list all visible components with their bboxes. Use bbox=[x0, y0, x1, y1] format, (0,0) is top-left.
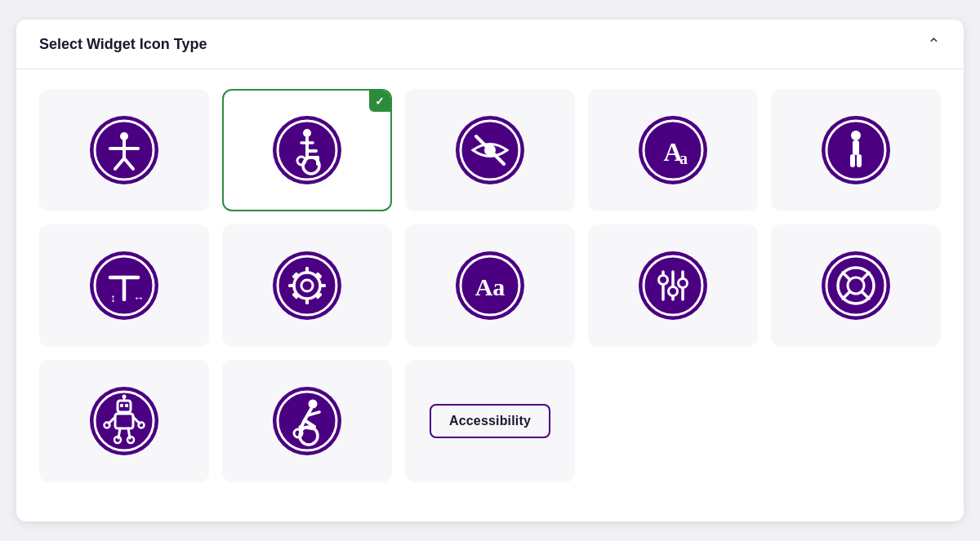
svg-point-22 bbox=[851, 131, 861, 140]
collapse-icon[interactable]: ⌃ bbox=[927, 34, 941, 54]
svg-point-54 bbox=[679, 279, 688, 288]
panel-header: Select Widget Icon Type ⌃ bbox=[16, 20, 964, 69]
svg-rect-24 bbox=[850, 154, 855, 167]
svg-rect-36 bbox=[305, 267, 309, 273]
svg-text:a: a bbox=[679, 149, 688, 167]
svg-point-52 bbox=[659, 276, 668, 285]
wheelchair-icon bbox=[270, 113, 344, 187]
icon-cell-settings-gear[interactable] bbox=[222, 224, 392, 347]
tech-person-icon bbox=[87, 384, 161, 458]
svg-point-55 bbox=[822, 251, 890, 320]
person-standing-icon bbox=[819, 113, 893, 187]
help-circle-icon bbox=[819, 249, 893, 322]
svg-rect-37 bbox=[305, 298, 309, 304]
svg-rect-25 bbox=[857, 154, 862, 167]
svg-point-81 bbox=[309, 400, 318, 409]
icon-cell-wheelchair-dynamic[interactable] bbox=[222, 360, 392, 482]
icon-cell-person-accessibility[interactable] bbox=[39, 89, 209, 211]
icon-cell-tech-person[interactable] bbox=[39, 360, 209, 482]
icon-cell-font-size[interactable]: A a bbox=[588, 89, 758, 211]
settings-gear-icon bbox=[270, 249, 344, 322]
icon-cell-wheelchair[interactable]: ✓ bbox=[222, 89, 392, 211]
person-accessibility-icon bbox=[87, 113, 161, 187]
icon-cell-sliders[interactable] bbox=[588, 224, 758, 347]
icons-grid: ✓ bbox=[16, 69, 964, 502]
widget-icon-panel: Select Widget Icon Type ⌃ ✓ bbox=[16, 20, 964, 521]
icon-cell-eye-hidden[interactable] bbox=[405, 89, 575, 211]
svg-rect-39 bbox=[319, 284, 326, 287]
font-aa-icon: Aa bbox=[453, 249, 527, 322]
svg-rect-38 bbox=[288, 284, 295, 287]
svg-point-53 bbox=[669, 287, 678, 296]
icon-cell-person-standing[interactable] bbox=[771, 89, 941, 211]
eye-hidden-icon bbox=[453, 113, 527, 187]
svg-rect-66 bbox=[120, 404, 123, 407]
svg-point-69 bbox=[122, 395, 127, 399]
svg-text:↕: ↕ bbox=[110, 291, 116, 304]
wheelchair-dynamic-icon bbox=[270, 384, 344, 458]
selected-checkmark: ✓ bbox=[369, 91, 390, 112]
accessibility-text-button[interactable]: Accessibility bbox=[430, 404, 550, 438]
font-size-icon: A a bbox=[636, 113, 710, 187]
sliders-icon bbox=[636, 249, 710, 322]
text-resize-icon: ↕ ↔ bbox=[87, 249, 161, 322]
icon-cell-font-aa[interactable]: Aa bbox=[405, 224, 575, 347]
icon-cell-text-resize[interactable]: ↕ ↔ bbox=[39, 224, 209, 347]
svg-point-32 bbox=[273, 251, 341, 320]
icon-cell-help-circle[interactable] bbox=[771, 224, 941, 347]
icon-cell-accessibility-text[interactable]: Accessibility bbox=[405, 360, 575, 482]
svg-rect-23 bbox=[853, 140, 859, 155]
panel-title: Select Widget Icon Type bbox=[39, 36, 207, 53]
svg-text:Aa: Aa bbox=[475, 273, 506, 300]
svg-rect-67 bbox=[125, 404, 128, 407]
svg-text:↔: ↔ bbox=[133, 291, 145, 304]
